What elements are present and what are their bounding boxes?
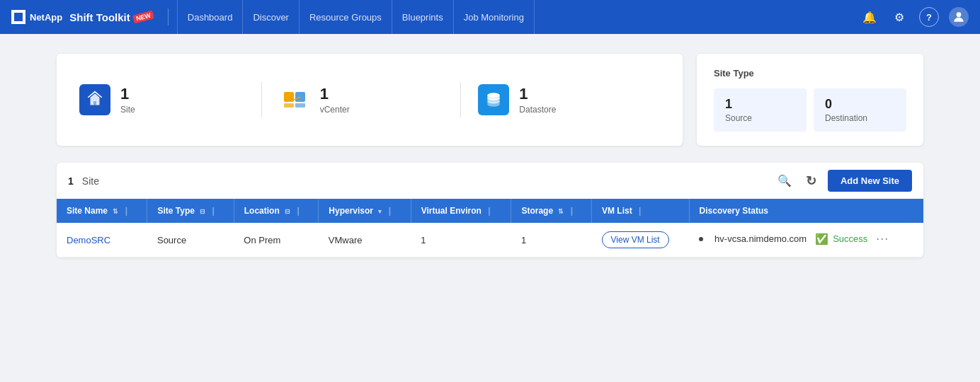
table-count: 1 [68,175,74,187]
datastore-label: Datastore [519,105,556,115]
status-success: ✅ Success [815,233,867,245]
status-label: Success [833,233,867,244]
success-check-icon: ✅ [815,233,828,245]
table-header: Site Name ⇅ | Site Type ⊟ | Location ⊟ |… [57,199,923,223]
svg-point-0 [957,12,962,17]
refresh-icon-btn[interactable]: ↻ [801,170,822,192]
table-toolbar: 1 Site 🔍 ↻ Add New Site [57,163,923,199]
vcenter-icon [279,84,310,115]
vcenter-count: 1 [320,85,350,103]
source-count: 1 [725,97,795,112]
source-label: Source [725,113,795,123]
sort-icon-storage: ⇅ [558,208,564,215]
filter-icon-location: ⊟ [285,208,290,215]
help-icon[interactable]: ? [919,7,939,27]
product-name: Shift Toolkit [69,11,130,23]
col-hypervisor[interactable]: Hypervisor ▾ | [319,199,411,223]
netapp-logo: NetApp [11,10,62,24]
site-icon [79,84,110,115]
vcenter-label: vCenter [320,105,350,115]
svg-rect-5 [295,103,305,108]
stat-datastore-text: 1 Datastore [519,85,556,115]
nav-link-resource-groups[interactable]: Resource Groups [300,0,392,34]
filter-icon-site-type: ⊟ [200,208,205,215]
site-type-source-box: 1 Source [714,88,807,132]
search-icon-btn[interactable]: 🔍 [774,170,795,192]
col-site-type[interactable]: Site Type ⊟ | [147,199,234,223]
stat-datastore: 1 Datastore [461,84,660,115]
navbar: NetApp Shift Toolkit NEW Dashboard Disco… [0,0,980,34]
col-site-name[interactable]: Site Name ⇅ | [57,199,147,223]
main-content: 1 Site 1 vCenter [0,34,980,277]
col-storage[interactable]: Storage ⇅ | [511,199,592,223]
product-brand: Shift Toolkit NEW [69,11,154,23]
more-options-button[interactable]: ··· [876,231,889,246]
nav-link-discover[interactable]: Discover [243,0,300,34]
sort-icon-site-name: ⇅ [113,208,118,215]
summary-row: 1 Site 1 vCenter [57,54,923,146]
cell-hypervisor: VMware [319,223,411,257]
svg-rect-1 [93,101,98,105]
table-row: DemoSRC Source On Prem VMware 1 1 View V… [57,223,923,257]
new-badge: NEW [132,10,154,23]
table-count-label: Site [82,175,99,187]
nav-link-job-monitoring[interactable]: Job Monitoring [454,0,535,34]
user-icon[interactable] [949,7,969,27]
col-vm-list: VM List | [592,199,690,223]
site-type-title: Site Type [714,68,906,79]
stat-site-text: 1 Site [120,85,135,115]
view-vm-list-button[interactable]: View VM List [602,231,669,248]
discovery-dot [699,237,703,241]
nav-actions: 🔔 ⚙ ? [860,7,969,27]
cell-storage: 1 [511,223,592,257]
nav-links: Dashboard Discover Resource Groups Bluep… [177,0,860,34]
table-body: DemoSRC Source On Prem VMware 1 1 View V… [57,223,923,257]
filter-icon-hypervisor: ▾ [378,208,382,215]
settings-icon[interactable]: ⚙ [889,7,909,27]
cell-discovery-status: hv-vcsa.nimdemo.com ✅ Success ··· [689,223,923,255]
nav-link-blueprints[interactable]: Blueprints [392,0,454,34]
col-discovery-status: Discovery Status [689,199,923,223]
nav-divider [168,8,169,25]
datastore-icon [478,84,509,115]
cell-location: On Prem [234,223,319,257]
datastore-count: 1 [519,85,556,103]
cell-virtual-environ: 1 [411,223,511,257]
stats-card: 1 Site 1 vCenter [57,54,683,146]
site-type-destination-box: 0 Destination [814,88,906,132]
nav-link-dashboard[interactable]: Dashboard [177,0,244,34]
cell-vm-list: View VM List [592,223,690,257]
col-virtual-environ: Virtual Environ | [411,199,511,223]
destination-label: Destination [825,113,895,123]
col-location[interactable]: Location ⊟ | [234,199,319,223]
destination-count: 0 [825,97,895,112]
cell-site-name: DemoSRC [57,223,147,257]
netapp-brand-name: NetApp [30,12,62,23]
site-label: Site [120,105,135,115]
site-name-link[interactable]: DemoSRC [67,235,110,245]
stat-site: 1 Site [79,84,261,115]
svg-rect-3 [284,103,294,108]
site-type-card: Site Type 1 Source 0 Destination [697,54,923,146]
bell-icon[interactable]: 🔔 [860,7,879,27]
add-site-button[interactable]: Add New Site [828,170,912,192]
stat-vcenter-text: 1 vCenter [320,85,350,115]
stat-vcenter: 1 vCenter [262,84,461,115]
netapp-logo-icon [11,10,25,24]
cell-site-type: Source [147,223,234,257]
site-count: 1 [120,85,135,103]
discovery-host: hv-vcsa.nimdemo.com [714,233,807,244]
sites-table-section: 1 Site 🔍 ↻ Add New Site Site Name ⇅ | Si… [57,163,923,257]
sites-table: Site Name ⇅ | Site Type ⊟ | Location ⊟ |… [57,199,923,257]
site-type-row: 1 Source 0 Destination [714,88,906,132]
